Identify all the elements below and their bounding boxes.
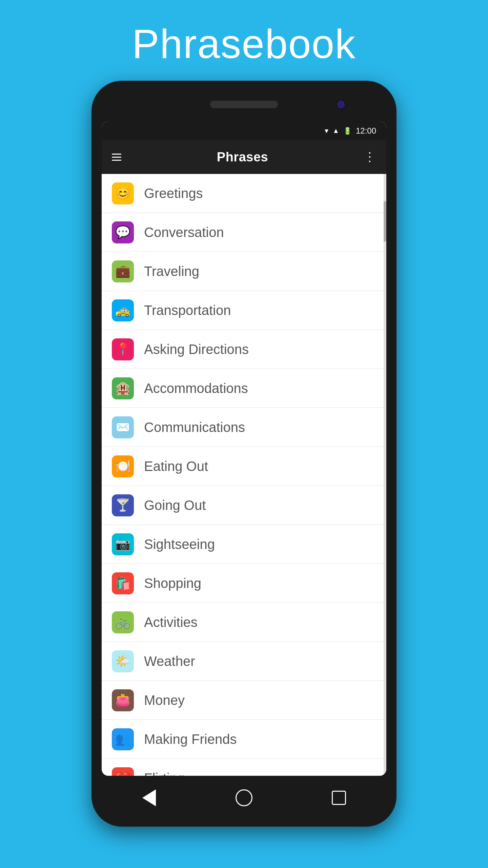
communications-icon: ✉️ [112, 416, 134, 438]
asking-directions-icon: 📍 [112, 338, 134, 360]
shopping-label: Shopping [144, 576, 201, 591]
app-title: Phrasebook [132, 20, 356, 67]
weather-label: Weather [144, 654, 195, 669]
going-out-icon: 🍸 [112, 494, 134, 516]
greetings-icon: 😊 [112, 182, 134, 204]
eating-out-label: Eating Out [144, 459, 208, 474]
bottom-navigation [102, 779, 386, 816]
weather-icon: 🌤️ [112, 650, 134, 672]
eating-out-icon: 🍽️ [112, 455, 134, 477]
more-options-icon[interactable]: ⋮ [364, 150, 376, 164]
list-item-shopping[interactable]: 🛍️Shopping [102, 564, 386, 603]
status-bar: ▾ ▲ 🔋 12:00 [102, 121, 386, 140]
list-item-accommodations[interactable]: 🏨Accommodations [102, 369, 386, 408]
going-out-label: Going Out [144, 498, 206, 513]
signal-icon: ▲ [332, 127, 339, 135]
scrollbar-thumb [384, 201, 386, 242]
accommodations-icon: 🏨 [112, 377, 134, 399]
transportation-label: Transportation [144, 303, 231, 318]
nav-home-button[interactable] [232, 786, 256, 810]
conversation-label: Conversation [144, 225, 224, 240]
phone-top-bar [102, 91, 386, 118]
making-friends-icon: 👥 [112, 728, 134, 750]
nav-recent-button[interactable] [327, 786, 351, 810]
transportation-icon: 🚕 [112, 299, 134, 321]
status-icons: ▾ ▲ 🔋 12:00 [325, 126, 376, 136]
list-item-communications[interactable]: ✉️Communications [102, 408, 386, 447]
phone-device: ▾ ▲ 🔋 12:00 Phrases ⋮ 😊Greetings💬Convers… [92, 81, 396, 827]
activities-icon: 🚲 [112, 611, 134, 633]
list-item-activities[interactable]: 🚲Activities [102, 603, 386, 642]
phrases-list: 😊Greetings💬Conversation💼Traveling🚕Transp… [102, 174, 386, 776]
list-item-conversation[interactable]: 💬Conversation [102, 213, 386, 252]
accommodations-label: Accommodations [144, 381, 248, 396]
traveling-label: Traveling [144, 264, 199, 279]
wifi-icon: ▾ [325, 126, 328, 135]
list-item-flirting[interactable]: ❤️Flirting [102, 759, 386, 776]
list-item-making-friends[interactable]: 👥Making Friends [102, 720, 386, 759]
list-item-sightseeing[interactable]: 📷Sightseeing [102, 525, 386, 564]
app-bar-title: Phrases [217, 150, 268, 164]
phone-speaker [210, 101, 278, 108]
list-item-traveling[interactable]: 💼Traveling [102, 252, 386, 291]
money-label: Money [144, 693, 185, 708]
nav-back-button[interactable] [137, 786, 161, 810]
home-icon [236, 789, 252, 806]
greetings-label: Greetings [144, 186, 203, 201]
communications-label: Communications [144, 420, 245, 435]
recent-icon [332, 791, 346, 805]
app-bar: Phrases ⋮ [102, 140, 386, 174]
scrollbar[interactable] [384, 174, 386, 776]
list-item-going-out[interactable]: 🍸Going Out [102, 486, 386, 525]
making-friends-label: Making Friends [144, 732, 237, 747]
sightseeing-label: Sightseeing [144, 537, 215, 552]
hamburger-menu-icon[interactable] [112, 154, 121, 161]
conversation-icon: 💬 [112, 221, 134, 243]
battery-icon: 🔋 [343, 127, 352, 135]
list-item-greetings[interactable]: 😊Greetings [102, 174, 386, 213]
traveling-icon: 💼 [112, 260, 134, 282]
shopping-icon: 🛍️ [112, 572, 134, 594]
list-item-asking-directions[interactable]: 📍Asking Directions [102, 330, 386, 369]
list-item-weather[interactable]: 🌤️Weather [102, 642, 386, 681]
list-item-transportation[interactable]: 🚕Transportation [102, 291, 386, 330]
list-item-money[interactable]: 👛Money [102, 681, 386, 720]
flirting-icon: ❤️ [112, 767, 134, 776]
flirting-label: Flirting [144, 771, 185, 776]
list-item-eating-out[interactable]: 🍽️Eating Out [102, 447, 386, 486]
sightseeing-icon: 📷 [112, 533, 134, 555]
money-icon: 👛 [112, 689, 134, 711]
activities-label: Activities [144, 615, 198, 630]
phone-screen: ▾ ▲ 🔋 12:00 Phrases ⋮ 😊Greetings💬Convers… [102, 121, 386, 776]
asking-directions-label: Asking Directions [144, 342, 249, 357]
status-time: 12:00 [356, 126, 376, 136]
back-icon [142, 789, 156, 806]
phone-camera [336, 100, 346, 109]
